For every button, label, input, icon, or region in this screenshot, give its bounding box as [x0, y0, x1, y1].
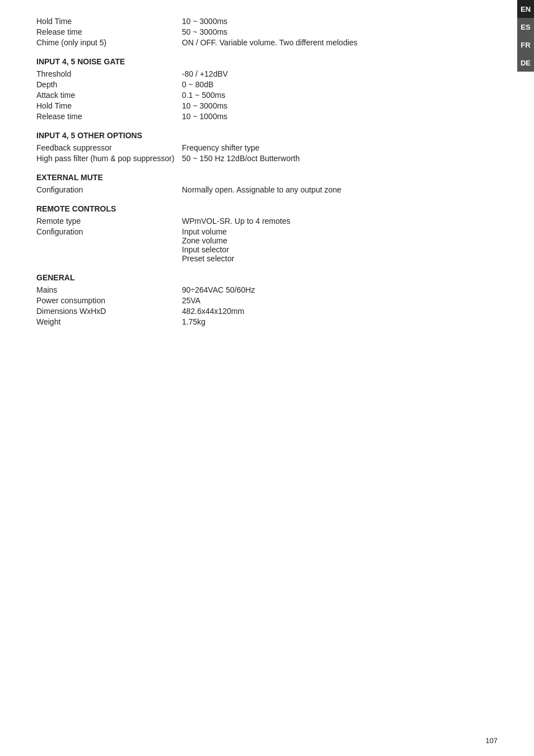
page-number: 107 [485, 736, 498, 745]
lang-tab-es[interactable]: ES [517, 18, 534, 36]
spec-row: High pass filter (hum & pop suppressor)5… [36, 154, 467, 163]
spec-label: Attack time [36, 91, 182, 100]
section-heading-external-mute: EXTERNAL MUTE [36, 173, 467, 182]
section-heading-remote-controls: REMOTE CONTROLS [36, 204, 467, 213]
spec-row: Mains90÷264VAC 50/60Hz [36, 285, 467, 294]
spec-row: Threshold-80 / +12dBV [36, 69, 467, 78]
spec-value: Input volumeZone volumeInput selectorPre… [182, 227, 234, 263]
section-input45-other-options: INPUT 4, 5 OTHER OPTIONSFeedback suppres… [36, 131, 467, 163]
lang-tab-fr[interactable]: FR [517, 36, 534, 54]
spec-row: Depth0 ~ 80dB [36, 80, 467, 89]
spec-label: Release time [36, 112, 182, 121]
spec-label: Depth [36, 80, 182, 89]
spec-value: 0 ~ 80dB [182, 80, 213, 89]
spec-value: 25VA [182, 296, 200, 305]
section-general: GENERALMains90÷264VAC 50/60HzPower consu… [36, 273, 467, 326]
spec-label: Chime (only input 5) [36, 38, 182, 47]
spec-label: Threshold [36, 69, 182, 78]
spec-value: 10 ~ 3000ms [182, 17, 227, 26]
spec-value: ON / OFF. Variable volume. Two different… [182, 38, 358, 47]
spec-value: WPmVOL-SR. Up to 4 remotes [182, 217, 291, 226]
section-external-mute: EXTERNAL MUTEConfigurationNormally open.… [36, 173, 467, 194]
spec-row: Chime (only input 5)ON / OFF. Variable v… [36, 38, 467, 47]
spec-row: Power consumption25VA [36, 296, 467, 305]
spec-value: 1.75kg [182, 317, 205, 326]
spec-value: 482.6x44x120mm [182, 307, 244, 316]
spec-value: Normally open. Assignable to any output … [182, 185, 341, 194]
spec-row: Attack time0.1 ~ 500ms [36, 91, 467, 100]
spec-value: 10 ~ 3000ms [182, 101, 227, 110]
section-heading-general: GENERAL [36, 273, 467, 282]
spec-row: Dimensions WxHxD482.6x44x120mm [36, 307, 467, 316]
spec-row: Weight1.75kg [36, 317, 467, 326]
spec-value: -80 / +12dBV [182, 69, 228, 78]
section-hold-release: Hold Time10 ~ 3000msRelease time50 ~ 300… [36, 17, 467, 47]
spec-value: Frequency shifter type [182, 143, 260, 152]
section-heading-input45-noise-gate: INPUT 4, 5 NOISE GATE [36, 57, 467, 66]
spec-value: 90÷264VAC 50/60Hz [182, 285, 255, 294]
spec-label: High pass filter (hum & pop suppressor) [36, 154, 182, 163]
section-input45-noise-gate: INPUT 4, 5 NOISE GATEThreshold-80 / +12d… [36, 57, 467, 121]
spec-value: 10 ~ 1000ms [182, 112, 227, 121]
spec-label: Dimensions WxHxD [36, 307, 182, 316]
spec-label: Hold Time [36, 17, 182, 26]
spec-label: Feedback suppressor [36, 143, 182, 152]
spec-row: ConfigurationNormally open. Assignable t… [36, 185, 467, 194]
spec-label: Configuration [36, 227, 182, 263]
spec-row: Hold Time10 ~ 3000ms [36, 17, 467, 26]
lang-tab-en[interactable]: EN [517, 0, 534, 18]
spec-row: Hold Time10 ~ 3000ms [36, 101, 467, 110]
section-remote-controls: REMOTE CONTROLSRemote typeWPmVOL-SR. Up … [36, 204, 467, 263]
spec-label: Configuration [36, 185, 182, 194]
spec-label: Hold Time [36, 101, 182, 110]
section-heading-input45-other-options: INPUT 4, 5 OTHER OPTIONS [36, 131, 467, 140]
language-tabs: ENESFRDE [517, 0, 534, 72]
spec-label: Power consumption [36, 296, 182, 305]
spec-row: Release time10 ~ 1000ms [36, 112, 467, 121]
spec-label: Mains [36, 285, 182, 294]
spec-value: 50 ~ 3000ms [182, 27, 227, 36]
spec-row: Release time50 ~ 3000ms [36, 27, 467, 36]
spec-row: ConfigurationInput volumeZone volumeInpu… [36, 227, 467, 263]
lang-tab-de[interactable]: DE [517, 54, 534, 72]
spec-value: 0.1 ~ 500ms [182, 91, 225, 100]
spec-label: Weight [36, 317, 182, 326]
spec-label: Release time [36, 27, 182, 36]
spec-value: 50 ~ 150 Hz 12dB/oct Butterworth [182, 154, 300, 163]
page-content: Hold Time10 ~ 3000msRelease time50 ~ 300… [0, 0, 504, 370]
spec-row: Remote typeWPmVOL-SR. Up to 4 remotes [36, 217, 467, 226]
spec-label: Remote type [36, 217, 182, 226]
spec-row: Feedback suppressorFrequency shifter typ… [36, 143, 467, 152]
